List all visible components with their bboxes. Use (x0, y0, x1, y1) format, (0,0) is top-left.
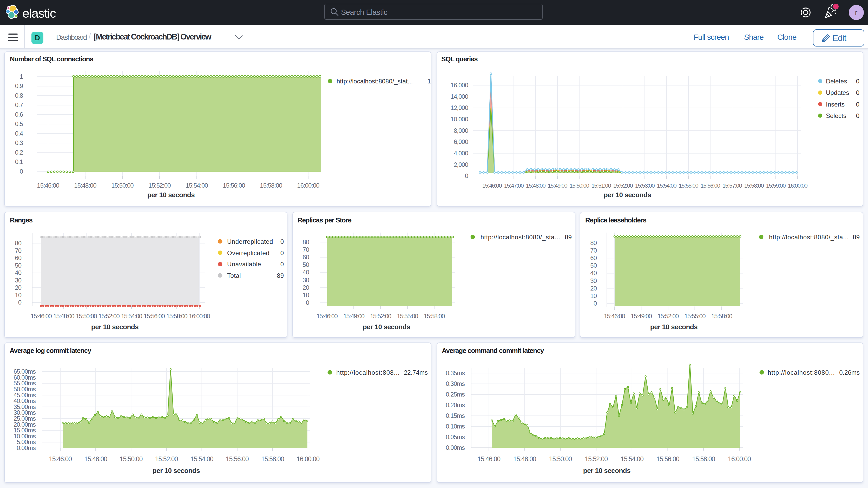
svg-text:40: 40 (590, 270, 597, 276)
svg-text:15:50:00: 15:50:00 (111, 182, 133, 189)
svg-text:Selects: Selects (826, 112, 846, 119)
svg-text:0: 0 (856, 112, 860, 119)
svg-text:20: 20 (15, 284, 21, 291)
svg-text:0.20ms: 0.20ms (446, 401, 465, 408)
svg-text:15:53:00: 15:53:00 (635, 182, 655, 189)
svg-text:8,000: 8,000 (454, 127, 468, 134)
svg-text:0.25ms: 0.25ms (446, 391, 465, 398)
svg-text:15:55:00: 15:55:00 (679, 182, 699, 189)
svg-text:89: 89 (852, 234, 860, 241)
svg-text:Underreplicated: Underreplicated (227, 238, 273, 245)
svg-text:15:50:00: 15:50:00 (570, 182, 589, 189)
svg-text:16:00:00: 16:00:00 (297, 455, 319, 462)
svg-text:60: 60 (15, 254, 21, 262)
svg-text:15:46:00: 15:46:00 (316, 313, 338, 319)
svg-text:60: 60 (590, 254, 597, 262)
svg-text:15:55:00: 15:55:00 (684, 313, 706, 319)
svg-text:15:47:00: 15:47:00 (504, 182, 524, 189)
svg-text:15:46:00: 15:46:00 (37, 182, 59, 189)
svg-text:http://localhost:8080/_stat...: http://localhost:8080/_stat... (337, 78, 413, 85)
svg-text:per 10 seconds: per 10 seconds (363, 323, 410, 331)
svg-text:0.5: 0.5 (15, 120, 23, 127)
svg-text:15:46:00: 15:46:00 (477, 455, 500, 462)
svg-text:Ranges: Ranges (10, 216, 32, 224)
svg-text:15:54:00: 15:54:00 (186, 182, 208, 189)
svg-text:15:49:00: 15:49:00 (343, 313, 365, 319)
svg-text:15:58:00: 15:58:00 (424, 313, 445, 319)
svg-text:15:52:00: 15:52:00 (98, 313, 120, 319)
svg-text:10: 10 (303, 292, 309, 299)
svg-text:15:58:00: 15:58:00 (166, 313, 188, 319)
svg-text:15:58:00: 15:58:00 (744, 182, 764, 189)
svg-text:15:58:00: 15:58:00 (711, 313, 732, 319)
svg-text:Average command commit latency: Average command commit latency (442, 347, 544, 355)
svg-text:80: 80 (590, 239, 597, 246)
svg-text:6,000: 6,000 (454, 138, 468, 145)
svg-text:15:56:00: 15:56:00 (223, 182, 245, 189)
svg-text:4,000: 4,000 (454, 150, 468, 157)
svg-text:Replica leaseholders: Replica leaseholders (585, 216, 646, 224)
svg-text:60: 60 (303, 254, 309, 261)
svg-text:15:46:00: 15:46:00 (482, 182, 502, 189)
svg-text:0.3: 0.3 (15, 139, 23, 146)
svg-text:15:48:00: 15:48:00 (513, 455, 536, 462)
svg-text:0: 0 (280, 249, 284, 256)
svg-text:Replicas per Store: Replicas per Store (298, 216, 351, 224)
svg-text:15:52:00: 15:52:00 (155, 455, 178, 462)
svg-text:per 10 seconds: per 10 seconds (91, 323, 138, 331)
svg-text:15:52:00: 15:52:00 (585, 455, 608, 462)
svg-text:10,000: 10,000 (451, 116, 468, 123)
svg-text:70: 70 (590, 247, 597, 254)
svg-text:15:54:00: 15:54:00 (657, 182, 677, 189)
svg-text:0: 0 (18, 299, 22, 306)
svg-text:30: 30 (303, 276, 309, 283)
svg-text:0: 0 (280, 261, 284, 268)
svg-text:15:46:00: 15:46:00 (49, 455, 72, 462)
svg-text:0: 0 (465, 172, 468, 179)
svg-text:0.30ms: 0.30ms (446, 380, 465, 387)
svg-text:15:56:00: 15:56:00 (656, 455, 679, 462)
svg-text:20: 20 (303, 284, 309, 291)
svg-text:15:50:00: 15:50:00 (549, 455, 572, 462)
svg-text:0.05ms: 0.05ms (446, 433, 465, 440)
svg-text:15:48:00: 15:48:00 (526, 182, 546, 189)
svg-text:0.10ms: 0.10ms (446, 423, 465, 430)
svg-text:0.8: 0.8 (15, 92, 23, 99)
svg-text:0.9: 0.9 (15, 82, 23, 89)
svg-text:15:52:00: 15:52:00 (370, 313, 392, 319)
svg-text:16:00:00: 16:00:00 (788, 182, 808, 189)
svg-text:0: 0 (594, 300, 597, 307)
svg-text:1: 1 (428, 78, 431, 85)
svg-text:per 10 seconds: per 10 seconds (604, 191, 651, 199)
svg-text:1: 1 (20, 73, 23, 80)
svg-text:15:55:00: 15:55:00 (397, 313, 418, 319)
svg-text:22.74ms: 22.74ms (404, 369, 428, 376)
svg-text:0: 0 (306, 299, 309, 306)
svg-text:16:00:00: 16:00:00 (297, 182, 319, 189)
svg-text:http://localhost:8080/_sta...: http://localhost:8080/_sta... (480, 234, 560, 241)
svg-text:15:58:00: 15:58:00 (260, 182, 282, 189)
svg-text:15:48:00: 15:48:00 (74, 182, 96, 189)
svg-text:Inserts: Inserts (826, 101, 845, 108)
svg-text:0.7: 0.7 (15, 101, 23, 109)
svg-text:15:59:00: 15:59:00 (766, 182, 786, 189)
svg-text:0.4: 0.4 (15, 130, 23, 137)
svg-text:15:58:00: 15:58:00 (261, 455, 284, 462)
svg-text:0: 0 (856, 101, 860, 108)
svg-text:15:54:00: 15:54:00 (621, 455, 644, 462)
svg-text:0: 0 (280, 238, 284, 245)
svg-text:15:56:00: 15:56:00 (701, 182, 720, 189)
svg-text:80: 80 (15, 240, 21, 247)
svg-text:50: 50 (15, 262, 21, 269)
svg-text:Overreplicated: Overreplicated (227, 249, 270, 256)
svg-text:15:51:00: 15:51:00 (591, 182, 611, 189)
svg-text:0.6: 0.6 (15, 111, 23, 118)
svg-text:15:49:00: 15:49:00 (631, 313, 652, 319)
svg-text:0.2: 0.2 (15, 149, 23, 156)
svg-text:2,000: 2,000 (454, 161, 468, 168)
svg-text:15:48:00: 15:48:00 (84, 455, 107, 462)
svg-text:30: 30 (15, 277, 21, 284)
svg-text:http://localhost:8080/_sta...: http://localhost:8080/_sta... (769, 234, 849, 241)
svg-text:per 10 seconds: per 10 seconds (147, 191, 195, 199)
svg-text:Unavailable: Unavailable (227, 261, 261, 268)
